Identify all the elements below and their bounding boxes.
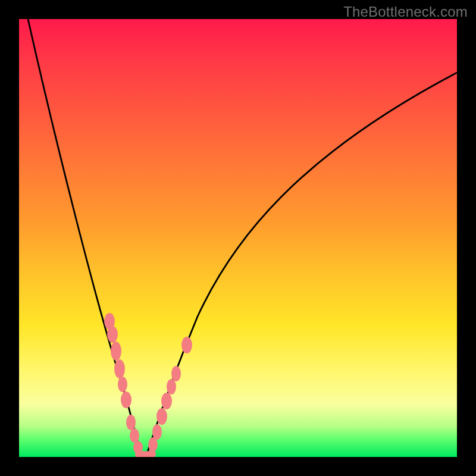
chart-svg [19, 19, 457, 457]
svg-point-5 [121, 392, 131, 408]
svg-point-19 [181, 337, 192, 353]
highlight-dots-left [104, 313, 143, 454]
svg-point-4 [118, 377, 127, 392]
svg-point-17 [167, 379, 176, 394]
svg-point-14 [152, 424, 162, 440]
svg-point-7 [130, 428, 139, 443]
svg-point-1 [107, 326, 118, 343]
svg-point-18 [171, 366, 181, 381]
svg-point-16 [161, 393, 172, 409]
svg-point-3 [114, 359, 125, 378]
plot-area [19, 19, 457, 457]
svg-point-6 [126, 415, 136, 430]
bottleneck-curve [28, 19, 457, 456]
svg-point-15 [156, 408, 167, 425]
chart-frame: TheBottleneck.com [0, 0, 476, 476]
watermark-text: TheBottleneck.com [343, 4, 468, 20]
highlight-dots-right [148, 337, 192, 452]
svg-point-2 [111, 342, 121, 361]
